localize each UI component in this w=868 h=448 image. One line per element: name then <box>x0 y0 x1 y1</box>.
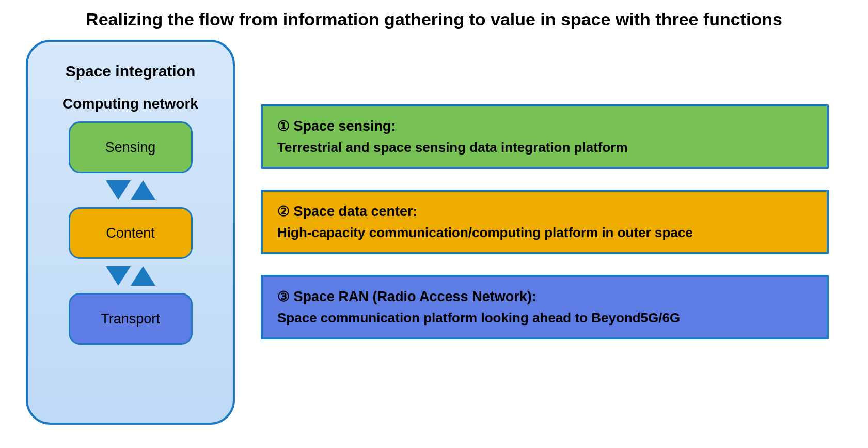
function-box-space-sensing: ① Space sensing: Terrestrial and space s… <box>261 104 829 169</box>
function-name: Space RAN (Radio Access Network): <box>294 289 536 304</box>
function-marker: ② <box>277 204 290 219</box>
function-description: High-capacity communication/computing pl… <box>277 225 812 241</box>
function-box-space-ran: ③ Space RAN (Radio Access Network): Spac… <box>261 275 829 339</box>
function-title: ③ Space RAN (Radio Access Network): <box>277 288 812 305</box>
function-description: Terrestrial and space sensing data integ… <box>277 140 812 156</box>
function-description: Space communication platform looking ahe… <box>277 310 812 326</box>
node-sensing: Sensing <box>69 121 193 173</box>
function-marker: ① <box>277 118 290 134</box>
arrow-up-icon <box>131 266 155 286</box>
bidirectional-arrow-2 <box>106 263 155 289</box>
node-content: Content <box>69 207 193 259</box>
diagram-content: Space integration Computing network Sens… <box>26 40 842 425</box>
node-transport: Transport <box>69 293 193 345</box>
arrow-down-icon <box>106 180 131 200</box>
arrow-down-icon <box>106 266 131 286</box>
function-marker: ③ <box>277 289 290 304</box>
node-sensing-label: Sensing <box>105 140 156 156</box>
function-name: Space data center: <box>294 204 418 219</box>
panel-heading-1: Space integration <box>66 63 196 80</box>
panel-heading-2: Computing network <box>62 96 198 112</box>
left-panel-space-integration: Space integration Computing network Sens… <box>26 40 235 425</box>
arrow-up-icon <box>131 180 155 200</box>
function-title: ① Space sensing: <box>277 118 812 134</box>
diagram-title: Realizing the flow from information gath… <box>26 9 842 29</box>
function-name: Space sensing: <box>294 118 396 134</box>
bidirectional-arrow-1 <box>106 177 155 203</box>
node-transport-label: Transport <box>101 311 160 327</box>
function-box-space-data-center: ② Space data center: High-capacity commu… <box>261 190 829 254</box>
function-title: ② Space data center: <box>277 203 812 220</box>
node-content-label: Content <box>106 225 155 241</box>
functions-list: ① Space sensing: Terrestrial and space s… <box>261 40 842 339</box>
